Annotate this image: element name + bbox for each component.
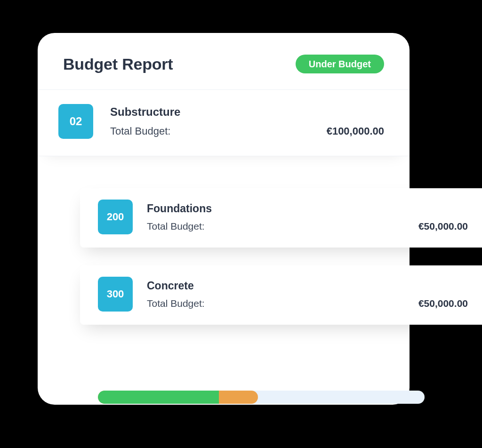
section-code-box: 02 xyxy=(58,104,93,139)
status-badge: Under Budget xyxy=(296,55,384,73)
sub-item-code-box: 200 xyxy=(98,200,133,234)
section-name: Substructure xyxy=(110,105,384,119)
sub-item-card[interactable]: 200 Foundations Total Budget: €50,000.00 xyxy=(80,188,482,248)
sub-item-name: Concrete xyxy=(147,280,468,292)
section-budget-value: €100,000.00 xyxy=(327,125,384,137)
sub-item-info: Concrete Total Budget: €50,000.00 xyxy=(147,280,468,309)
sub-item-budget-label: Total Budget: xyxy=(147,298,205,309)
section-budget-label: Total Budget: xyxy=(110,125,170,137)
section-info: Substructure Total Budget: €100,000.00 xyxy=(110,105,384,137)
section-budget-line: Total Budget: €100,000.00 xyxy=(110,125,384,137)
sub-item-budget-label: Total Budget: xyxy=(147,221,205,232)
sub-item-budget-value: €50,000.00 xyxy=(418,298,468,309)
progress-bar xyxy=(98,391,425,404)
report-title: Budget Report xyxy=(63,55,173,73)
sub-item-budget-line: Total Budget: €50,000.00 xyxy=(147,221,468,232)
sub-item-budget-value: €50,000.00 xyxy=(418,221,468,232)
sub-item-card[interactable]: 300 Concrete Total Budget: €50,000.00 xyxy=(80,265,482,325)
sub-item-budget-line: Total Budget: €50,000.00 xyxy=(147,298,468,309)
sub-item-info: Foundations Total Budget: €50,000.00 xyxy=(147,202,468,232)
progress-segment-green xyxy=(98,391,219,404)
sub-item-name: Foundations xyxy=(147,202,468,215)
section-row[interactable]: 02 Substructure Total Budget: €100,000.0… xyxy=(38,90,410,156)
report-header: Budget Report Under Budget xyxy=(38,33,410,90)
sub-item-code-box: 300 xyxy=(98,277,133,312)
